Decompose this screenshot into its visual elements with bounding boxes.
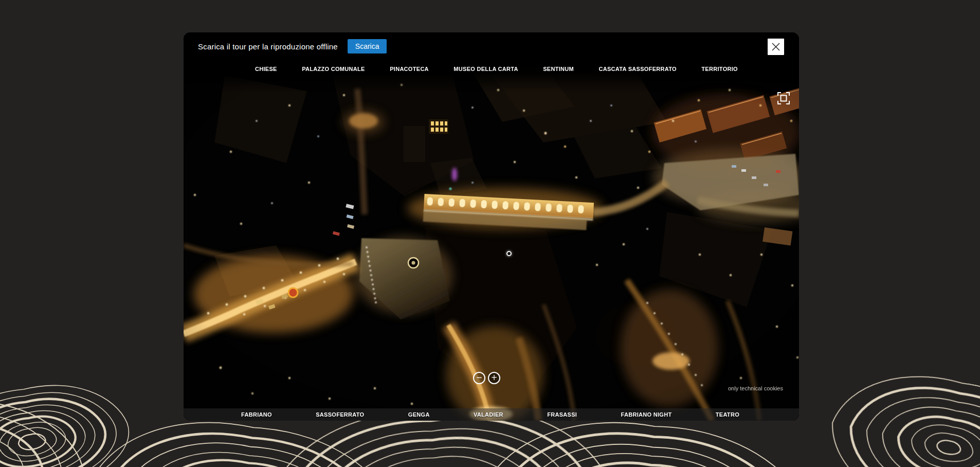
- zoom-in-icon: +: [491, 374, 498, 382]
- panorama-viewport[interactable]: CHIESE PALAZZO COMUNALE PINACOTECA MUSEO…: [184, 60, 799, 421]
- fullscreen-icon: [777, 92, 790, 105]
- nav-sassoferrato[interactable]: SASSOFERRATO: [316, 411, 364, 418]
- zoom-out-button[interactable]: −: [473, 372, 485, 384]
- download-button[interactable]: Scarica: [348, 39, 387, 53]
- nav-cascata-sassoferrato[interactable]: CASCATA SASSOFERRATO: [598, 66, 676, 72]
- fullscreen-button[interactable]: [776, 92, 791, 106]
- nav-territorio[interactable]: TERRITORIO: [701, 66, 738, 72]
- nav-genga[interactable]: GENGA: [408, 411, 430, 418]
- nav-fabriano[interactable]: FABRIANO: [241, 411, 272, 418]
- nav-pinacoteca[interactable]: PINACOTECA: [390, 66, 429, 72]
- zoom-out-icon: −: [476, 374, 483, 382]
- download-bar: Scarica il tour per la riproduzione offl…: [184, 32, 799, 60]
- cookies-notice: only technical cookies: [728, 385, 783, 391]
- nav-sentinum[interactable]: SENTINUM: [543, 66, 574, 72]
- zoom-in-button[interactable]: +: [488, 372, 500, 384]
- nav-chiese[interactable]: CHIESE: [255, 66, 277, 72]
- top-nav: CHIESE PALAZZO COMUNALE PINACOTECA MUSEO…: [184, 60, 799, 72]
- nav-fabriano-night[interactable]: FABRIANO NIGHT: [621, 411, 672, 418]
- nav-palazzo-comunale[interactable]: PALAZZO COMUNALE: [302, 66, 365, 72]
- panorama-image: [184, 60, 799, 421]
- close-icon: [771, 42, 781, 51]
- close-button[interactable]: [768, 39, 784, 55]
- nav-frasassi[interactable]: FRASASSI: [547, 411, 577, 418]
- tour-modal: Scarica il tour per la riproduzione offl…: [184, 32, 799, 421]
- nav-museo-della-carta[interactable]: MUSEO DELLA CARTA: [453, 66, 518, 72]
- nav-valadier[interactable]: VALADIER: [474, 411, 503, 418]
- nav-teatro[interactable]: TEATRO: [716, 411, 739, 418]
- zoom-controls: − +: [473, 372, 500, 384]
- panorama-hotspot[interactable]: [506, 251, 512, 256]
- bottom-nav: FABRIANO SASSOFERRATO GENGA VALADIER FRA…: [184, 408, 799, 421]
- download-label: Scarica il tour per la riproduzione offl…: [198, 42, 338, 51]
